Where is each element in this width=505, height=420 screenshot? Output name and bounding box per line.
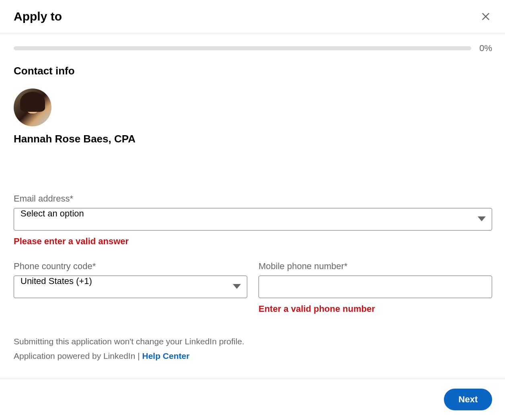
phone-group: Mobile phone number* Enter a valid phone… [259, 261, 492, 314]
user-name: Hannah Rose Baes, CPA [14, 133, 492, 145]
help-center-link[interactable]: Help Center [142, 351, 190, 360]
progress-percent: 0% [479, 43, 492, 54]
avatar [14, 89, 51, 126]
email-group: Email address* Select an option Please e… [14, 194, 492, 247]
modal-header: Apply to [0, 0, 505, 33]
email-select[interactable]: Select an option [14, 208, 492, 231]
progress-bar [14, 46, 471, 50]
footer-line2: Application powered by LinkedIn | Help C… [14, 349, 492, 363]
footer-line2-prefix: Application powered by LinkedIn | [14, 351, 142, 360]
progress-row: 0% [14, 43, 492, 54]
phone-input[interactable] [259, 276, 492, 298]
next-button[interactable]: Next [444, 389, 492, 410]
footer-line1: Submitting this application won't change… [14, 334, 492, 349]
close-icon [480, 11, 491, 22]
country-code-select[interactable]: United States (+1) [14, 276, 247, 298]
phone-label: Mobile phone number* [259, 261, 492, 272]
modal-content: 0% Contact info Hannah Rose Baes, CPA Em… [0, 33, 505, 363]
country-code-select-wrapper: United States (+1) [14, 276, 247, 298]
bottom-bar: Next [0, 379, 505, 420]
phone-row: Phone country code* United States (+1) M… [14, 261, 492, 314]
close-button[interactable] [479, 10, 492, 23]
modal-title: Apply to [14, 10, 62, 23]
email-error: Please enter a valid answer [14, 236, 492, 247]
footer-note: Submitting this application won't change… [14, 334, 492, 363]
country-code-label: Phone country code* [14, 261, 247, 272]
country-code-group: Phone country code* United States (+1) [14, 261, 247, 314]
email-select-wrapper: Select an option [14, 208, 492, 231]
phone-error: Enter a valid phone number [259, 304, 492, 314]
email-label: Email address* [14, 194, 492, 204]
section-title: Contact info [14, 65, 492, 77]
